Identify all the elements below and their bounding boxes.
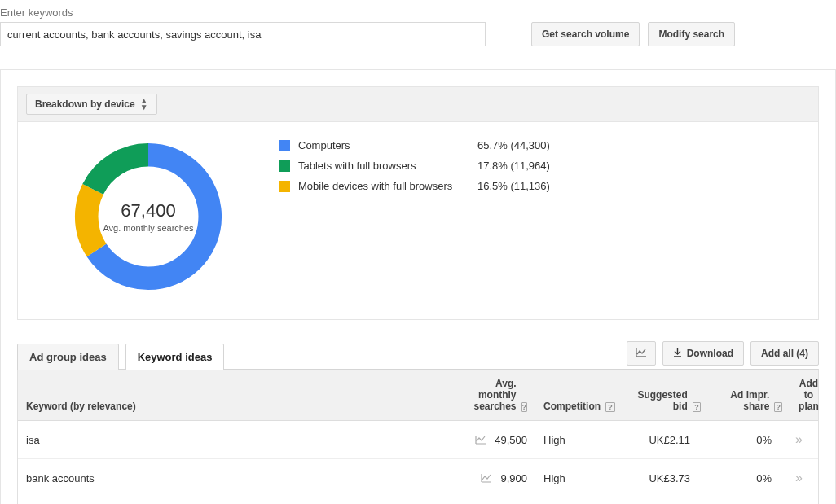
tab-keyword-ideas[interactable]: Keyword ideas	[125, 344, 225, 370]
tab-ad-group-ideas[interactable]: Ad group ideas	[17, 344, 119, 370]
cell-impr: 0%	[698, 423, 780, 458]
results-panel: Breakdown by device ▲▼ 67,400 Avg. month…	[0, 69, 836, 504]
cell-ams: 4,400	[462, 499, 535, 505]
modify-search-button[interactable]: Modify search	[648, 22, 735, 46]
cell-ams: 49,500	[462, 423, 535, 458]
legend-label: Tablets with full browsers	[298, 160, 477, 172]
th-keyword[interactable]: Keyword (by relevance)	[18, 370, 462, 420]
legend-value: 16.5% (11,136)	[477, 180, 550, 192]
th-bid[interactable]: Suggested bid?	[623, 370, 709, 420]
table-header: Keyword (by relevance) Avg. monthly sear…	[18, 370, 818, 421]
keyword-table: Keyword (by relevance) Avg. monthly sear…	[17, 369, 819, 504]
legend-swatch	[279, 181, 290, 192]
donut-center-value: 67,400	[121, 200, 175, 221]
legend-value: 17.8% (11,964)	[477, 160, 550, 172]
download-icon	[673, 348, 682, 360]
add-all-button[interactable]: Add all (4)	[750, 341, 819, 366]
legend-value: 65.7% (44,300)	[477, 139, 550, 151]
donut-chart: 67,400 Avg. monthly searches	[67, 135, 230, 298]
chart-toggle-button[interactable]	[627, 341, 656, 366]
get-search-volume-button[interactable]: Get search volume	[531, 22, 640, 46]
line-chart-icon	[636, 348, 647, 360]
legend-label: Computers	[298, 139, 477, 151]
keywords-label: Enter keywords	[0, 7, 836, 19]
th-add: Add to plan	[790, 370, 827, 420]
th-ams[interactable]: Avg. monthly searches?	[462, 370, 535, 420]
table-row: savings account4,400HighUK£0.730%»	[18, 497, 818, 504]
cell-keyword: savings account	[18, 499, 462, 505]
cell-competition: High	[535, 423, 613, 458]
help-icon[interactable]: ?	[605, 402, 615, 412]
breakdown-selector-label: Breakdown by device	[35, 99, 135, 110]
legend-item: Tablets with full browsers17.8% (11,964)	[279, 156, 810, 176]
table-row: isa49,500HighUK£2.110%»	[18, 421, 818, 459]
cell-add: »	[780, 497, 818, 504]
trend-icon[interactable]	[481, 473, 492, 483]
legend-label: Mobile devices with full browsers	[298, 180, 477, 192]
add-to-plan-button[interactable]: »	[795, 432, 803, 446]
cell-impr: 0%	[698, 499, 780, 505]
legend-swatch	[279, 160, 290, 172]
keywords-input[interactable]	[0, 22, 486, 46]
add-to-plan-button[interactable]: »	[795, 471, 803, 484]
cell-add: »	[780, 421, 818, 458]
cell-impr: 0%	[698, 461, 780, 496]
table-row: bank accounts9,900HighUK£3.730%»	[18, 459, 818, 497]
cell-competition: High	[535, 499, 613, 505]
cell-bid: UK£2.11	[613, 423, 698, 458]
trend-icon[interactable]	[475, 435, 486, 445]
donut-center-label: Avg. monthly searches	[103, 223, 193, 233]
cell-ams: 9,900	[462, 461, 535, 496]
cell-keyword: bank accounts	[18, 461, 462, 496]
breakdown-box: Breakdown by device ▲▼ 67,400 Avg. month…	[17, 86, 819, 320]
cell-bid: UK£0.73	[613, 499, 698, 505]
legend-item: Mobile devices with full browsers16.5% (…	[279, 176, 810, 196]
cell-bid: UK£3.73	[613, 461, 698, 496]
help-icon[interactable]: ?	[521, 402, 528, 412]
breakdown-selector[interactable]: Breakdown by device ▲▼	[26, 94, 157, 115]
th-competition[interactable]: Competition?	[535, 370, 623, 420]
download-label: Download	[687, 348, 733, 359]
help-icon[interactable]: ?	[693, 402, 701, 412]
legend-item: Computers65.7% (44,300)	[279, 135, 810, 156]
cell-keyword: isa	[18, 423, 462, 458]
download-button[interactable]: Download	[662, 341, 744, 366]
sort-icon: ▲▼	[140, 98, 148, 111]
th-impr[interactable]: Ad impr. share?	[709, 370, 790, 420]
legend: Computers65.7% (44,300)Tablets with full…	[279, 135, 810, 298]
legend-swatch	[279, 140, 290, 151]
help-icon[interactable]: ?	[774, 402, 782, 412]
cell-competition: High	[535, 461, 613, 496]
cell-add: »	[780, 459, 818, 497]
